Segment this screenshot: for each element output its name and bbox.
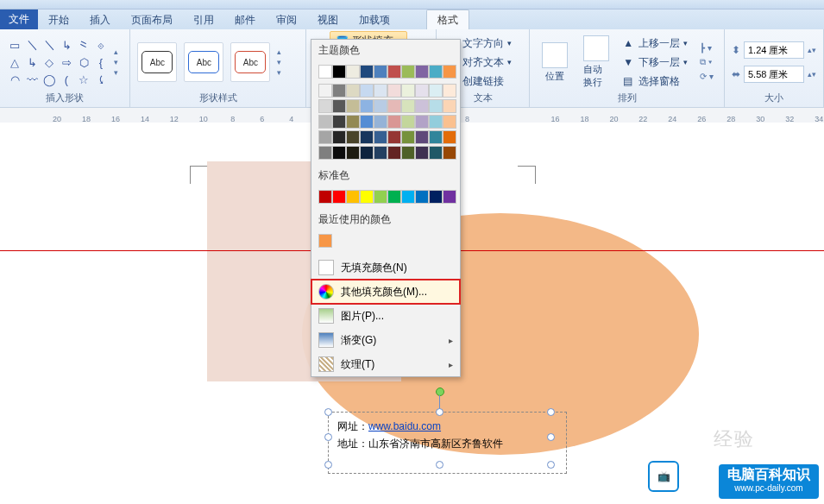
color-swatch[interactable] bbox=[429, 130, 443, 144]
shapes-gallery[interactable]: ▭ ＼ ＼ ↳ ⺀ ⟐ △ ↳ ◇ ⇨ ⬡ { ◠ 〰 ◯ ( ☆ ⤹ bbox=[7, 37, 109, 87]
color-swatch[interactable] bbox=[429, 146, 443, 160]
styles-down-icon[interactable]: ▾ bbox=[277, 58, 281, 66]
selected-textbox[interactable]: 网址：www.baidu.com 地址：山东省济南市高新区齐鲁软件 bbox=[328, 412, 567, 474]
gallery-more-icon[interactable]: ▾ bbox=[114, 68, 118, 77]
tab-file[interactable]: 文件 bbox=[0, 9, 38, 29]
color-swatch[interactable] bbox=[318, 99, 332, 113]
bring-forward-button[interactable]: ▲上移一层▾ bbox=[620, 35, 691, 52]
resize-handle-tl[interactable] bbox=[324, 408, 332, 416]
color-swatch[interactable] bbox=[443, 84, 456, 98]
color-swatch[interactable] bbox=[415, 130, 429, 144]
styles-up-icon[interactable]: ▴ bbox=[277, 47, 281, 56]
tab-insert[interactable]: 插入 bbox=[79, 10, 121, 29]
shape-textbox-icon[interactable]: ▭ bbox=[7, 37, 22, 53]
color-swatch[interactable] bbox=[443, 65, 456, 79]
width-field[interactable]: ⬌ ▴▾ bbox=[732, 66, 816, 83]
color-swatch[interactable] bbox=[443, 130, 456, 144]
color-swatch[interactable] bbox=[387, 65, 401, 79]
tab-review[interactable]: 审阅 bbox=[266, 10, 307, 29]
color-swatch[interactable] bbox=[346, 130, 360, 144]
color-swatch[interactable] bbox=[429, 65, 443, 79]
color-swatch[interactable] bbox=[387, 84, 401, 98]
color-swatch[interactable] bbox=[332, 65, 346, 79]
color-swatch[interactable] bbox=[401, 99, 415, 113]
color-swatch[interactable] bbox=[387, 146, 401, 160]
width-input[interactable] bbox=[744, 66, 804, 83]
style-preset-1[interactable]: Abc bbox=[137, 42, 177, 82]
resize-handle-tm[interactable] bbox=[436, 408, 443, 416]
selection-pane-button[interactable]: ▤选择窗格 bbox=[620, 73, 691, 90]
no-fill-item[interactable]: 无填充颜色(N) bbox=[311, 255, 460, 280]
color-swatch[interactable] bbox=[443, 190, 456, 204]
shape-star-icon[interactable]: ☆ bbox=[76, 72, 91, 87]
color-swatch[interactable] bbox=[443, 146, 456, 160]
shape-brace-icon[interactable]: { bbox=[93, 54, 109, 70]
color-swatch[interactable] bbox=[318, 190, 332, 204]
resize-handle-bl[interactable] bbox=[324, 461, 332, 469]
gallery-up-icon[interactable]: ▴ bbox=[114, 47, 118, 56]
shape-elbow-icon[interactable]: ↳ bbox=[24, 54, 40, 70]
shape-arrow-icon[interactable]: ⇨ bbox=[59, 54, 74, 70]
color-swatch[interactable] bbox=[332, 84, 346, 98]
color-swatch[interactable] bbox=[346, 65, 360, 79]
height-input[interactable] bbox=[744, 41, 804, 59]
color-swatch[interactable] bbox=[332, 190, 346, 204]
shape-line-icon[interactable]: ＼ bbox=[24, 37, 40, 53]
resize-handle-mr[interactable] bbox=[547, 433, 555, 441]
color-swatch[interactable] bbox=[318, 65, 332, 79]
color-swatch[interactable] bbox=[374, 130, 387, 144]
color-swatch[interactable] bbox=[429, 115, 443, 129]
color-swatch[interactable] bbox=[346, 146, 360, 160]
shape-more1-icon[interactable]: ⟐ bbox=[93, 37, 109, 53]
color-swatch[interactable] bbox=[332, 99, 346, 113]
tab-home[interactable]: 开始 bbox=[38, 10, 79, 29]
resize-handle-bm[interactable] bbox=[436, 461, 443, 469]
tab-references[interactable]: 引用 bbox=[183, 10, 224, 29]
color-swatch[interactable] bbox=[318, 84, 332, 98]
color-swatch[interactable] bbox=[318, 130, 332, 144]
color-swatch[interactable] bbox=[401, 190, 415, 204]
tab-format-context[interactable]: 格式 bbox=[426, 9, 469, 29]
color-swatch[interactable] bbox=[346, 190, 360, 204]
resize-handle-br[interactable] bbox=[547, 461, 555, 469]
color-swatch[interactable] bbox=[429, 99, 443, 113]
color-swatch[interactable] bbox=[387, 130, 401, 144]
spinner-icon[interactable]: ▴▾ bbox=[808, 70, 816, 79]
styles-more-icon[interactable]: ▾ bbox=[277, 68, 281, 77]
color-swatch[interactable] bbox=[415, 146, 429, 160]
style-preset-3[interactable]: Abc bbox=[230, 42, 270, 82]
gallery-down-icon[interactable]: ▾ bbox=[114, 58, 118, 66]
shape-triangle-icon[interactable]: △ bbox=[7, 54, 22, 70]
color-swatch[interactable] bbox=[318, 115, 332, 129]
group-button[interactable]: ⧉ ▾ bbox=[696, 56, 717, 68]
color-swatch[interactable] bbox=[429, 190, 443, 204]
shape-diamond-icon[interactable]: ◇ bbox=[41, 54, 57, 70]
color-swatch[interactable] bbox=[443, 115, 456, 129]
resize-handle-ml[interactable] bbox=[324, 433, 332, 441]
color-swatch[interactable] bbox=[374, 115, 387, 129]
color-swatch[interactable] bbox=[332, 115, 346, 129]
color-swatch[interactable] bbox=[374, 65, 387, 79]
shape-freeform-icon[interactable]: ⺀ bbox=[76, 37, 91, 53]
align-button[interactable]: ┣ ▾ bbox=[696, 42, 717, 54]
spinner-icon[interactable]: ▴▾ bbox=[808, 46, 816, 54]
color-swatch[interactable] bbox=[401, 146, 415, 160]
style-preset-2[interactable]: Abc bbox=[184, 42, 223, 82]
color-swatch[interactable] bbox=[360, 65, 374, 79]
color-swatch[interactable] bbox=[401, 84, 415, 98]
shape-arc-icon[interactable]: ◠ bbox=[7, 72, 22, 87]
texture-fill-item[interactable]: 纹理(T) bbox=[311, 352, 460, 376]
color-swatch[interactable] bbox=[415, 99, 429, 113]
shape-connector-icon[interactable]: ↳ bbox=[59, 37, 74, 53]
color-swatch[interactable] bbox=[360, 99, 374, 113]
color-swatch[interactable] bbox=[387, 99, 401, 113]
picture-fill-item[interactable]: 图片(P)... bbox=[311, 304, 460, 328]
position-button[interactable]: 位置 bbox=[537, 41, 573, 85]
color-swatch[interactable] bbox=[374, 146, 387, 160]
resize-handle-tr[interactable] bbox=[547, 408, 555, 416]
color-swatch[interactable] bbox=[332, 146, 346, 160]
color-swatch[interactable] bbox=[401, 65, 415, 79]
tab-mail[interactable]: 邮件 bbox=[224, 10, 266, 29]
url-link[interactable]: www.baidu.com bbox=[368, 420, 441, 432]
color-swatch[interactable] bbox=[346, 99, 360, 113]
